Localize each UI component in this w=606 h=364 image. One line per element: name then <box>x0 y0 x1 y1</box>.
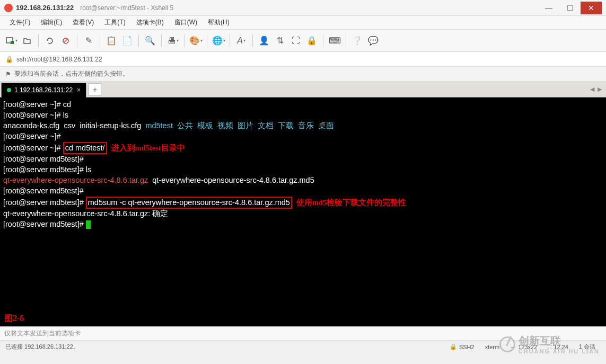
toolbar: ▾ ✎ 📋 📄 🔍 🖶▾ 🎨▾ 🌐▾ A▾ 👤 ⇅ ⛶ 🔒 ⌨ ❔ 💬 <box>0 30 606 52</box>
minimize-button[interactable]: — <box>538 2 559 14</box>
tab-nav: ◀ ▶ <box>590 86 606 93</box>
toolbar-separator <box>77 34 77 47</box>
terminal[interactable]: [root@server ~]# cd [root@server ~]# ls … <box>0 97 606 326</box>
disconnect-icon[interactable] <box>59 34 73 48</box>
find-icon[interactable]: 🔍 <box>143 34 157 48</box>
cmd: ls <box>63 111 68 119</box>
lock-small-icon: 🔒 <box>5 56 13 63</box>
menu-edit[interactable]: 编辑(E) <box>36 18 67 27</box>
window-subtitle: root@server:~/md5test - Xshell 5 <box>80 4 173 12</box>
toolbar-separator <box>138 34 139 47</box>
prompt: [root@server ~]# <box>3 132 61 140</box>
toolbar-separator <box>184 34 185 47</box>
lock-icon[interactable]: 🔒 <box>305 34 319 48</box>
open-icon[interactable] <box>20 34 34 48</box>
cmd: cd <box>63 100 71 109</box>
new-session-icon[interactable]: ▾ <box>4 34 18 48</box>
session-tab[interactable]: 1 192.168.26.131:22 × <box>1 83 86 97</box>
toolbar-separator <box>207 34 207 47</box>
properties-icon[interactable]: ✎ <box>82 34 95 48</box>
copy-icon[interactable]: 📋 <box>104 34 118 48</box>
app-icon <box>4 4 13 12</box>
paste-icon[interactable]: 📄 <box>120 34 134 48</box>
maximize-button[interactable]: ☐ <box>559 2 581 14</box>
menu-file[interactable]: 文件(F) <box>4 18 36 27</box>
highlighted-cmd-md5: md5sum -c qt-everywhere-opensource-src-4… <box>86 197 292 209</box>
menu-tabs[interactable]: 选项卡(B) <box>131 18 169 27</box>
menu-window[interactable]: 窗口(W) <box>169 18 203 27</box>
menu-view[interactable]: 查看(V) <box>67 18 99 27</box>
md5-output: qt-everywhere-opensource-src-4.8.6.tar.g… <box>3 209 168 218</box>
flag-icon: ⚑ <box>5 70 11 78</box>
address-bar[interactable]: 🔒 ssh://root@192.168.26.131:22 <box>0 52 606 67</box>
help-icon[interactable]: ❔ <box>350 34 364 48</box>
status-ssh: 🔒 SSH2 <box>444 343 480 350</box>
status-dot-icon <box>7 88 11 92</box>
transfer-icon[interactable]: ⇅ <box>273 34 287 48</box>
prompt: [root@server md5test]# <box>3 187 84 195</box>
compose-placeholder: 仅将文本发送到当前选项卡 <box>4 329 81 338</box>
window-controls: — ☐ ✕ <box>538 2 602 14</box>
info-bar: ⚑ 要添加当前会话，点击左侧的箭头按钮。 <box>0 67 606 82</box>
chat-icon[interactable]: 💬 <box>366 34 380 48</box>
prompt: [root@server ~]# <box>3 100 63 109</box>
toolbar-separator <box>230 34 230 47</box>
close-button[interactable]: ✕ <box>581 2 602 14</box>
globe-icon[interactable]: 🌐▾ <box>212 34 225 48</box>
tab-strip: 1 192.168.26.131:22 × + ◀ ▶ <box>0 82 606 97</box>
prompt: [root@server ~]# <box>3 144 63 152</box>
cursor-icon <box>86 220 91 229</box>
ls-archive: qt-everywhere-opensource-src-4.8.6.tar.g… <box>3 176 148 184</box>
prompt: [root@server md5test]# <box>3 165 86 174</box>
watermark-cn: 创新互联 <box>519 335 561 347</box>
prompt: [root@server md5test]# <box>3 220 86 228</box>
status-connection: 已连接 192.168.26.131:22。 <box>5 343 79 351</box>
font-icon[interactable]: A▾ <box>234 34 248 48</box>
ls-file: qt-everywhere-opensource-src-4.8.6.tar.g… <box>148 176 314 184</box>
toolbar-separator <box>100 34 100 47</box>
prompt: [root@server md5test]# <box>3 155 84 163</box>
tab-close-icon[interactable]: × <box>77 86 81 94</box>
toolbar-separator <box>38 34 39 47</box>
highlighted-cmd-cd: cd md5test/ <box>63 142 107 154</box>
svg-line-3 <box>64 39 67 42</box>
tab-next-icon[interactable]: ▶ <box>598 86 602 93</box>
address-text: ssh://root@192.168.26.131:22 <box>16 56 102 63</box>
fullscreen-icon[interactable]: ⛶ <box>289 34 303 48</box>
watermark-logo-icon <box>499 336 515 352</box>
watermark: 创新互联 CHUANG XIN HU LIAN <box>499 334 600 354</box>
toolbar-separator <box>161 34 162 47</box>
reconnect-icon[interactable] <box>43 34 57 48</box>
tab-prev-icon[interactable]: ◀ <box>590 86 594 93</box>
svg-rect-1 <box>11 41 14 44</box>
cmd: ls <box>86 165 91 174</box>
annotation-md5: 使用md5检验下载文件的完整性 <box>296 198 406 207</box>
ls-output: anaconda-ks.cfg csv initial-setup-ks.cfg <box>3 121 145 130</box>
tab-label: 1 192.168.26.131:22 <box>14 86 73 94</box>
titlebar: 192.168.26.131:22 root@server:~/md5test … <box>0 0 606 16</box>
print-icon[interactable]: 🖶▾ <box>166 34 180 48</box>
toolbar-separator <box>346 34 346 47</box>
color-icon[interactable]: 🎨▾ <box>189 34 203 48</box>
user-icon[interactable]: 👤 <box>257 34 271 48</box>
prompt: [root@server md5test]# <box>3 198 86 207</box>
infobar-text: 要添加当前会话，点击左侧的箭头按钮。 <box>14 69 129 78</box>
toolbar-separator <box>252 34 253 47</box>
figure-label: 图2-6 <box>4 313 24 323</box>
menu-tools[interactable]: 工具(T) <box>99 18 130 27</box>
annotation-cd: 进入到md5test目录中 <box>111 144 185 152</box>
window-title: 192.168.26.131:22 <box>16 4 74 12</box>
watermark-py: CHUANG XIN HU LIAN <box>519 348 600 354</box>
toolbar-separator <box>323 34 323 47</box>
keyboard-icon[interactable]: ⌨ <box>328 34 341 48</box>
ls-dirs: md5test 公共 模板 视频 图片 文档 下载 音乐 桌面 <box>145 121 334 130</box>
menu-help[interactable]: 帮助(H) <box>203 18 235 27</box>
menubar: 文件(F) 编辑(E) 查看(V) 工具(T) 选项卡(B) 窗口(W) 帮助(… <box>0 16 606 30</box>
new-tab-button[interactable]: + <box>89 83 101 96</box>
prompt: [root@server ~]# <box>3 111 63 119</box>
